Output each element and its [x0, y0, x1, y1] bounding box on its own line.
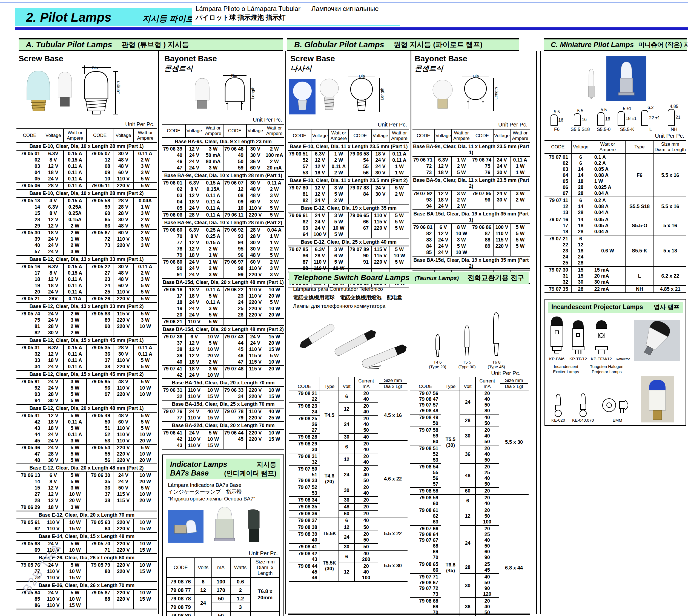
length-label: Length	[115, 81, 120, 94]
table-row: 4018 V2 W47115 V10 W	[162, 359, 284, 366]
table-row: 79 06 0628 V0.11 A79 06 11220 V5 W	[162, 212, 284, 219]
base-group-title: Base E-12, Clear, Dia, 20 x Length 48 mm…	[17, 404, 157, 412]
tubular-screw-column: Screw Base Dia Length Unit Per Pc. CO	[17, 52, 157, 610]
table-row: 86110 V15 W	[17, 602, 157, 609]
base-group-title: Base E-12, Clear, Dia. 19 x Length 35 mm	[288, 204, 409, 212]
table-row: 1512 V3 W3650 V5 W	[17, 485, 157, 491]
globular-screw-bulbs-illustration: Dia Length	[288, 74, 409, 120]
table-row: 79 08 7661000.6T6.8 x 20mm	[167, 577, 280, 586]
table-row: 3424 V0.11 A38220 V5 W	[17, 364, 157, 370]
table-header-row: CODEVoltageWatt or AmpereCODEVoltageWatt…	[412, 129, 530, 142]
t4-6-bulb-icon	[434, 332, 442, 359]
table-row: 0418 V0.11 A0960 V3 W	[17, 170, 157, 176]
projector-title-korean: 영사 램프	[654, 303, 680, 311]
base-group-title: Base BA-22d, Clear, Dia, 20 x Length 70 …	[162, 422, 284, 430]
indicator-table: CODE Volts mA Watts Size mm Diam. x Leng…	[166, 557, 280, 616]
table-row: 79 07 856.3V3 W79 07 89115 V5 W	[288, 246, 409, 253]
bulb-type-label: T6 8	[488, 360, 505, 365]
table-row: 79 07 010203040506076614141828280.1 A0.2…	[544, 154, 686, 197]
dia-label: Dia	[92, 65, 98, 70]
telephone-bulbs-illustration: T4 6 (Type 20) T5 5 (Type 30) T6 8 (Type…	[292, 310, 526, 369]
indicator-japanese: インジケーターランプ 指示燈	[168, 488, 280, 495]
table-row: 9424 V2 W	[412, 203, 530, 210]
table-row: 85110 V10 W88220 V15 W	[17, 596, 157, 602]
globular-bayonet-column: Bayonet Base 콘센트식 Dia Length Unit Per Pc…	[412, 52, 530, 284]
bulb-type-diagram: 5.516S5.5-0	[593, 107, 615, 132]
bayonet-base-heading: Bayonet Base	[415, 54, 530, 63]
globular-bayonet-bulbs-illustration: Dia Length	[412, 74, 530, 120]
table-row: 79 06 21110 V5 W	[162, 318, 284, 326]
table-header-row: CODETypeVoltCurrentmASize mmDia x Lgt	[410, 377, 529, 390]
base-group-title: Base BA-15d, Clear, Dia, 25 x Length 70 …	[162, 400, 284, 408]
table-row: 028 V0.15A1248 V2 W	[162, 186, 284, 193]
table-row: 148 V5 W3524 V20 W	[17, 479, 157, 485]
table-row: 5318 V2 W5630 V1 W	[288, 170, 409, 177]
table-header-row: CODEVoltageWatt or AmpereCODEVoltageWatt…	[162, 124, 284, 138]
base-group-title: Base E-12, Clear, Dia, 13 x Length 33 mm…	[17, 256, 157, 263]
base-group-title: Base E-14, Clear, Dia, 15 x Length 48 mm	[17, 532, 157, 541]
table-row: 79 07 7624 V40 W79 07 78110 V40 W	[162, 408, 284, 415]
screw-base-heading: Screw Base	[19, 54, 157, 63]
table-row: 79 08 2930T4.6 (20)620404.6 x 22	[289, 441, 408, 453]
base-group-title: Base BA-15d, Clear, Dia, 20 x Length 70 …	[162, 379, 284, 387]
dia-label: Dia	[473, 74, 479, 78]
bayonet-base-heading: Bayonet Base	[164, 54, 284, 63]
table-row: 4318 V5 W51110 V5 W	[17, 425, 157, 432]
section-a-title: A. Tubular Pilot Lamps	[26, 40, 112, 49]
telephone-spec-table: CODETypeVoltCurrentmASize mmDia x Lgt79 …	[410, 377, 529, 616]
table-row: 79 05 016.3V0.15 A79 05 0730 V0.11 A	[17, 150, 157, 157]
tubular-bayonet-bulbs-illustration: Dia Length	[162, 74, 283, 115]
length-label: Length	[494, 87, 498, 100]
telephone-chinese: 電話交換機用電球 電話交換機用燈泡 配电盘	[293, 294, 529, 301]
emm-lamp: EMM	[601, 395, 634, 422]
screw-base-heading-korean: 나사식	[290, 64, 409, 73]
screw-base-heading: Screw Base	[290, 54, 409, 63]
table-row: 79 07 4118 V3 W79 07 48115 V20 W	[162, 366, 284, 372]
lamp-spec-table: CODEVoltageWatt or AmpereCODEVoltageWatt…	[288, 129, 409, 287]
table-row: 1824 V0.11 A24220 V5 W	[162, 299, 284, 306]
unit-per-pc-label: Unit Per Pc.	[166, 550, 278, 556]
indicator-lamps-box: Indicator Lamps지시등 BA7s Base(인디케이터 램프) L…	[162, 455, 284, 616]
table-row: 79 07 9212 V3 W79 07 9524 V3 W	[412, 190, 530, 197]
table-row: 8212 V10 W87110 V5 W	[412, 230, 530, 237]
table-row: 3924 V1 W72110 V3 W	[17, 236, 157, 242]
reflector-label: Reflector	[616, 357, 630, 361]
table-row: 4218 V0.11 A5060 V5 W	[17, 419, 157, 425]
table-row: 79 07 8012 V3 W79 07 8324 V5 W	[288, 184, 409, 191]
table-row: 79 05 0628 V0.11 A79 05 11220 V5 W	[17, 182, 157, 190]
table-row: 2712 V10 W37115 V10 W	[17, 491, 157, 498]
table-row: 7812 V2 W9530 V2 W	[162, 246, 284, 252]
divider-b-c-outer	[536, 51, 537, 614]
indicator-subtitle-korean: (인디케이터 램프)	[224, 469, 276, 478]
table-row: 2812 V0.15A6530 V2 W	[17, 217, 157, 223]
telephone-table-left: CODETypeVoltCurrentmASize mmDia x Lgt79 …	[289, 377, 408, 582]
telephone-title-band: Telephone Switch Board Lamps (Taunus Lam…	[289, 271, 529, 284]
table-row: 3712 V5 W4424 V20 W	[162, 340, 284, 346]
lamp-spec-table: CODEVoltageWatt or AmpereCODEVoltageWatt…	[17, 128, 157, 610]
table-row: 64100 V5 W	[288, 232, 409, 238]
table-row: 2024 V5 W26220 V20 W	[162, 312, 284, 318]
divider-a-b	[285, 51, 286, 614]
bulb-outline-icon	[597, 112, 604, 126]
section-c-header: C. Miniature Pilot Lamps 미니츄어 (작은) 지시등	[544, 38, 687, 51]
table-row: 9430 V5 W	[17, 398, 157, 404]
table-row: 79 06 816 V8 W79 06 86100 V5 W	[412, 224, 530, 231]
table-row: 79 07 5679 08 4779 07 5779 08 48T5.5 (30…	[410, 390, 529, 414]
lamp-spec-table: CODEVoltageWatt or AmpereCODEVoltageWatt…	[412, 129, 530, 284]
table-row: 79 06 716.3V1 W79 06 7424 V0.11 A	[412, 157, 530, 163]
table-row: 79 07 30313215153015 mA20 mA30 mAL6.2 x …	[544, 266, 686, 286]
kp-b46-icon	[548, 315, 565, 356]
table-row: 0524 V0.11 A10110 V5 W	[162, 205, 284, 212]
table-row: 6324 V10 W67220 V5 W	[288, 225, 409, 232]
table-row: 79 07 1617181418280.05 A0.05 A0.04 AS5.5…	[544, 216, 686, 235]
table-row: 4624 V80 mA5036 V2 W	[162, 158, 284, 165]
table-row: 7212 V2 W7524 V1 W	[412, 163, 530, 170]
table-header-row: CODEVoltageWatt or AmpereCODEVoltageWatt…	[17, 129, 157, 142]
table-row: 5212 V2 W5424 V0.11 A	[288, 157, 409, 163]
bulb-outline-icon	[641, 110, 648, 126]
section-c-title: C. Miniature Pilot Lamps	[551, 41, 634, 49]
kp-tf12-icon	[570, 319, 586, 356]
table-row: 4724 V3 W5960 V20 mA	[162, 165, 284, 172]
tubular-bayonet-column: Bayonet Base 콘센트식 Dia Length Unit Per Pc…	[162, 52, 284, 616]
title-translations: Lámpara Piloto o Lámapara TubularЛампочк…	[192, 3, 400, 25]
